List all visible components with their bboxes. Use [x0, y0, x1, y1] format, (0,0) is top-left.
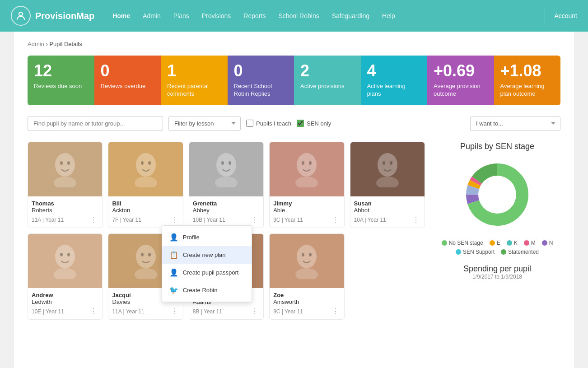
sen-only-check[interactable]: SEN only [297, 120, 331, 127]
nav-school-robins[interactable]: School Robins [278, 12, 319, 19]
pupil-menu-button[interactable]: ⋮ [331, 307, 341, 317]
logo[interactable]: ProvisionMap [11, 6, 94, 26]
logo-icon [11, 6, 31, 26]
svg-point-7 [148, 161, 151, 165]
legend-label: N [549, 240, 553, 246]
pupils-teach-checkbox[interactable] [246, 120, 253, 127]
stat-label-robin-replies: Recent School Robin Replies [234, 83, 288, 98]
stat-num-provision-outcome: +0.69 [434, 63, 488, 79]
svg-point-5 [136, 153, 156, 177]
nav-divider [545, 9, 545, 23]
dropdown-item[interactable]: 🐦Create Robin [162, 281, 252, 299]
right-panel: Pupils by SEN stage [434, 142, 560, 320]
search-input[interactable] [28, 116, 163, 131]
svg-point-11 [229, 161, 231, 165]
svg-point-43 [478, 176, 516, 214]
legend-label: E [497, 240, 500, 246]
legend-dot [507, 240, 512, 246]
dropdown-item-icon: 👤 [169, 268, 178, 277]
pupil-menu-button[interactable]: ⋮ [250, 215, 260, 225]
pupil-surname: Ackton [112, 207, 179, 214]
stat-card-provision-outcome[interactable]: +0.69 Average provision outcome [427, 56, 494, 105]
nav-plans[interactable]: Plans [173, 12, 189, 19]
pupil-menu-button[interactable]: ⋮ [89, 307, 98, 317]
pupil-card[interactable]: ZoeAinsworth9C | Year 11⋮ [269, 233, 344, 320]
pupil-card[interactable]: AndrewLedwith10E | Year 11⋮ [28, 233, 103, 320]
pupil-card[interactable]: BillAckton7F | Year 11⋮ [108, 142, 183, 228]
legend-dot [524, 240, 529, 246]
nav-home[interactable]: Home [112, 12, 130, 19]
dropdown-item[interactable]: 👤Create pupil passport [162, 264, 252, 281]
pupil-menu-button[interactable]: ⋮ [331, 215, 341, 225]
svg-point-28 [135, 268, 157, 279]
pupil-menu-button[interactable]: ⋮ [169, 307, 179, 317]
pupil-meta: 11A | Year 11⋮ [112, 307, 179, 317]
breadcrumb-parent[interactable]: Admin [28, 41, 44, 47]
svg-point-4 [54, 177, 76, 187]
svg-point-18 [383, 161, 385, 165]
pupil-menu-button[interactable]: ⋮ [250, 307, 260, 317]
svg-point-12 [215, 177, 238, 187]
pupil-group: 9C | Year 11 [273, 217, 303, 223]
lesson-filter[interactable]: Filter by lesson [168, 116, 241, 131]
stat-cards: 12 Reviews due soon 0 Reviews overdue 1 … [28, 56, 560, 105]
legend-dot [442, 240, 447, 246]
stat-num-reviews-due: 12 [34, 63, 88, 79]
nav-account[interactable]: Account [554, 12, 577, 19]
dropdown-item-icon: 🐦 [169, 286, 178, 294]
pupil-name: Andrew [32, 292, 98, 298]
iwant-select[interactable]: I want to... [470, 116, 560, 131]
svg-point-24 [54, 268, 76, 279]
dropdown-item[interactable]: 📋Create new plan [162, 246, 252, 264]
pupil-card[interactable]: GrenettaAbbey10B | Year 11⋮ [189, 142, 264, 228]
stat-card-plan-outcome[interactable]: +1.08 Average learning plan outcome [494, 56, 561, 105]
stat-label-parental: Recent parental comments [167, 83, 221, 98]
pupil-menu-button[interactable]: ⋮ [89, 215, 98, 225]
svg-point-26 [141, 253, 144, 256]
stat-label-plan-outcome: Average learning plan outcome [500, 83, 555, 98]
nav-admin[interactable]: Admin [143, 12, 161, 19]
nav-safeguarding[interactable]: Safeguarding [332, 12, 369, 19]
pupil-info: BillAckton7F | Year 11⋮ [108, 196, 182, 228]
pupil-menu-button[interactable]: ⋮ [411, 215, 421, 225]
svg-point-15 [309, 161, 312, 165]
legend-item: E [490, 240, 500, 246]
dropdown-menu: 👤Profile📋Create new plan👤Create pupil pa… [162, 225, 252, 302]
pupils-teach-check[interactable]: Pupils I teach [246, 120, 291, 127]
nav-help[interactable]: Help [382, 12, 395, 19]
pupil-meta: 10E | Year 11⋮ [32, 307, 98, 317]
stat-card-provisions[interactable]: 2 Active provisions [294, 56, 361, 105]
pupil-photo [189, 142, 263, 196]
pupils-teach-label: Pupils I teach [256, 120, 291, 127]
nav-reports[interactable]: Reports [243, 12, 266, 19]
dropdown-item[interactable]: 👤Profile [162, 228, 252, 246]
pupil-group: 11A | Year 11 [112, 308, 144, 315]
stat-card-parental[interactable]: 1 Recent parental comments [161, 56, 228, 105]
nav-provisions[interactable]: Provisions [202, 12, 231, 19]
stat-card-robin-replies[interactable]: 0 Recent School Robin Replies [228, 56, 294, 105]
pupil-menu-button[interactable]: ⋮ [169, 215, 179, 225]
svg-point-0 [19, 12, 23, 16]
svg-point-9 [216, 153, 236, 177]
pupil-name: Grenetta [193, 200, 260, 207]
pupil-group: 8B | Year 11 [193, 308, 222, 315]
sen-only-checkbox[interactable] [297, 120, 304, 127]
pupil-card[interactable]: JimmyAble9C | Year 11⋮ [269, 142, 344, 228]
pupil-info: SusanAbbot10A | Year 11⋮ [350, 196, 425, 228]
stat-card-plans[interactable]: 4 Active learning plans [361, 56, 428, 105]
stat-num-provisions: 2 [300, 63, 355, 79]
pupil-card[interactable]: SusanAbbot10A | Year 11⋮ [350, 142, 425, 228]
pupils-grid: ThomasRoberts11A | Year 11⋮ BillAckton7F… [28, 142, 425, 320]
svg-point-3 [67, 161, 70, 165]
stat-card-reviews-due[interactable]: 12 Reviews due soon [28, 56, 94, 105]
svg-point-23 [67, 253, 70, 256]
stat-label-plans: Active learning plans [367, 83, 421, 98]
stat-num-parental: 1 [167, 63, 221, 79]
pupil-info: ZoeAinsworth9C | Year 11⋮ [270, 288, 344, 319]
pupil-group: 10E | Year 11 [32, 308, 64, 315]
legend-dot [542, 240, 547, 246]
pupil-card[interactable]: ThomasRoberts11A | Year 11⋮ [28, 142, 103, 228]
content-area: ThomasRoberts11A | Year 11⋮ BillAckton7F… [28, 142, 560, 320]
pupil-info: AndrewLedwith10E | Year 11⋮ [28, 288, 102, 319]
stat-card-reviews-overdue[interactable]: 0 Reviews overdue [94, 56, 161, 105]
